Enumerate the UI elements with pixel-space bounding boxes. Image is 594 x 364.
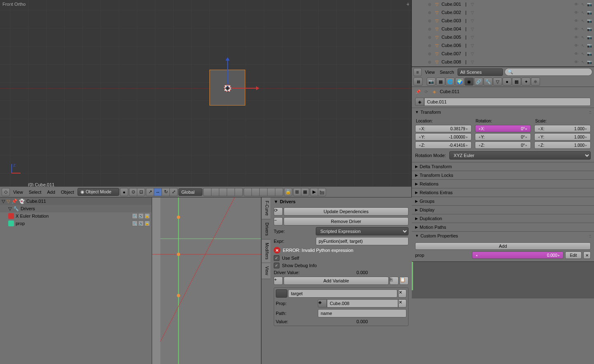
tab-icon[interactable]: 🖥: [413, 77, 423, 86]
scale-y-field[interactable]: ◂Y:1.000▸: [534, 133, 591, 141]
rotation-x-field[interactable]: ◂X:0°▸: [475, 125, 531, 132]
eye-icon[interactable]: 👁: [573, 1, 579, 7]
pivot-align-icon[interactable]: ⊡: [137, 188, 145, 196]
outliner-row[interactable]: ⊕▽Cube.008 | ▽👁↖📷: [412, 58, 594, 66]
driver-type-dropdown[interactable]: Scripted Expression: [316, 227, 409, 235]
channel-item[interactable]: X Euler Rotation 🔧🔈🔒: [0, 212, 152, 220]
outliner-menu-view[interactable]: View: [423, 70, 437, 75]
outliner-menu-search[interactable]: Search: [438, 70, 456, 75]
use-self-checkbox[interactable]: ✓: [274, 255, 279, 261]
cube-icon[interactable]: ◈: [415, 98, 424, 106]
menu-add[interactable]: Add: [45, 190, 58, 195]
menu-view[interactable]: View: [11, 190, 26, 195]
eye-icon[interactable]: 👁: [573, 59, 579, 65]
rotate-icon[interactable]: ↻: [162, 188, 170, 196]
playhead[interactable]: [412, 262, 413, 290]
variable-type-dropdown[interactable]: [276, 289, 287, 298]
camera-icon[interactable]: 📷: [587, 18, 592, 23]
camera-icon[interactable]: 📷: [587, 59, 592, 65]
panel-groups-header[interactable]: ▶Groups: [412, 197, 594, 205]
eye-icon[interactable]: 👁: [573, 42, 579, 48]
panel-custom-props-header[interactable]: ▼Custom Properties::::: [412, 232, 594, 240]
translate-icon[interactable]: ↔: [154, 188, 162, 196]
camera-icon[interactable]: 📷: [587, 26, 592, 32]
rotation-z-field[interactable]: ◂Z:0°▸: [475, 141, 531, 149]
rotation-mode-dropdown[interactable]: XYZ Euler: [449, 151, 591, 160]
panel-locks-header[interactable]: ▶Transform Locks: [412, 171, 594, 179]
channel-root[interactable]: ▽ ▽ 📌 👻 Cube.011: [0, 197, 152, 205]
viewport-3d[interactable]: Front Ortho + z (0) Cube.011 ◇ View Sele…: [0, 0, 412, 197]
tab-scene[interactable]: 🌐: [446, 77, 455, 86]
expression-input[interactable]: [316, 237, 409, 245]
location-y-field[interactable]: ◂Y:-1.00000▸: [415, 133, 472, 141]
outliner-filter-dropdown[interactable]: All Scenes: [458, 68, 503, 76]
expand-icon[interactable]: ⊕: [427, 1, 432, 7]
editor-type-icon[interactable]: ◇: [2, 188, 10, 196]
cursor-icon[interactable]: ↖: [580, 26, 586, 32]
tab-drivers[interactable]: Drivers: [262, 219, 270, 240]
mute-icon[interactable]: 🔈: [138, 213, 144, 219]
remove-driver-button[interactable]: Remove Driver: [284, 217, 409, 225]
tab-view[interactable]: View: [262, 263, 270, 279]
panel-transform-header[interactable]: ▼ Transform ::::: [412, 108, 594, 116]
copy-icon[interactable]: ⎘: [390, 277, 399, 285]
outliner-row[interactable]: ⊕▽Cube.005 | ▽👁↖📷: [412, 33, 594, 41]
expand-icon[interactable]: ⊕: [427, 9, 432, 15]
scale-z-field[interactable]: ◂Z:1.000▸: [534, 141, 591, 149]
panel-relations-header[interactable]: ▶Relations: [412, 180, 594, 188]
clear-icon[interactable]: ✕: [398, 299, 406, 308]
expand-icon[interactable]: ⊕: [427, 42, 432, 48]
edit-button[interactable]: Edit: [565, 251, 582, 259]
outliner-row[interactable]: ⊕▽Cube.007 | ▽👁↖📷: [412, 49, 594, 58]
add-custom-prop-button[interactable]: Add: [415, 242, 591, 250]
eye-icon[interactable]: 👁: [573, 18, 579, 23]
cursor-icon[interactable]: ↖: [580, 34, 586, 40]
wrench-icon[interactable]: 🔧: [132, 213, 138, 219]
debug-checkbox[interactable]: ✓: [274, 263, 279, 268]
id-type-icon[interactable]: ◈: [318, 299, 327, 308]
drivers-panel-title[interactable]: ▼Drivers: [270, 197, 412, 206]
render-icon[interactable]: 🎬: [318, 188, 326, 196]
ghost-icon[interactable]: 👻: [19, 199, 25, 204]
paste-icon[interactable]: 📋: [399, 277, 409, 285]
menu-select[interactable]: Select: [26, 190, 44, 195]
cursor-icon[interactable]: ↖: [580, 1, 586, 7]
timeline[interactable]: [412, 261, 594, 298]
eye-icon[interactable]: 👁: [573, 9, 579, 15]
outliner-row[interactable]: ⊕▽Cube.006 | ▽👁↖📷: [412, 41, 594, 49]
plus-icon[interactable]: +: [274, 277, 283, 285]
tab-particles[interactable]: ✦: [521, 77, 531, 86]
delete-button[interactable]: ✕: [583, 251, 591, 259]
outliner[interactable]: ⊕▽Cube.001 | ▽👁↖📷⊕▽Cube.002 | ▽👁↖📷⊕▽Cube…: [412, 0, 594, 67]
mute-icon[interactable]: 🔈: [138, 221, 144, 226]
expand-icon[interactable]: ⊕: [427, 34, 432, 40]
camera-icon[interactable]: 📷: [587, 1, 592, 7]
pivot-icon[interactable]: ⊙: [129, 188, 137, 196]
prop-target-input[interactable]: [327, 299, 398, 308]
channel-item[interactable]: prop 🔧🔈🔒: [0, 220, 152, 227]
eye-icon[interactable]: 👁: [573, 34, 579, 40]
layer-btn[interactable]: [211, 188, 219, 196]
tab-layers[interactable]: ▦: [436, 77, 445, 86]
tab-modifiers[interactable]: 🔧: [484, 77, 493, 86]
panel-motion-paths-header[interactable]: ▶Motion Paths: [412, 223, 594, 231]
wrench-icon[interactable]: 🔧: [132, 221, 138, 226]
lock-icon[interactable]: 🔒: [144, 221, 150, 226]
shading-icon[interactable]: ●: [120, 188, 128, 196]
layer-btn[interactable]: [227, 188, 235, 196]
eye-icon[interactable]: 👁: [573, 26, 579, 32]
layer-btn[interactable]: [275, 188, 283, 196]
variable-name-input[interactable]: [288, 289, 397, 298]
cursor-icon[interactable]: ↖: [580, 59, 586, 65]
outliner-row[interactable]: ⊕▽Cube.001 | ▽👁↖📷: [412, 0, 594, 8]
breadcrumb-object[interactable]: Cube.011: [440, 89, 460, 94]
layer-btn[interactable]: [244, 188, 252, 196]
outliner-row[interactable]: ⊕▽Cube.004 | ▽👁↖📷: [412, 25, 594, 33]
layer-btn[interactable]: [267, 188, 275, 196]
snap-target-icon[interactable]: ▦: [301, 188, 309, 196]
cursor-icon[interactable]: ↖: [580, 42, 586, 48]
datablock-name-input[interactable]: [424, 98, 591, 106]
snap-icon[interactable]: ⊞: [293, 188, 301, 196]
minus-icon[interactable]: −: [274, 217, 283, 225]
menu-object[interactable]: Object: [59, 190, 77, 195]
